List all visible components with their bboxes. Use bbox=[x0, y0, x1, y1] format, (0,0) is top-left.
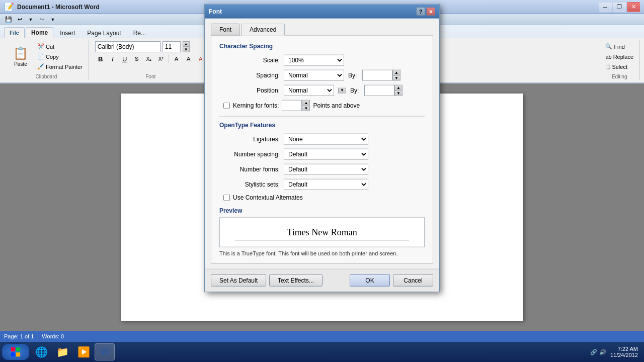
preview-title: Preview bbox=[219, 207, 425, 214]
media-taskbar-icon[interactable]: ▶️ bbox=[73, 343, 94, 360]
scale-row: Scale: 100% 80% 150% 200% bbox=[219, 55, 425, 66]
position-dropdown-btn[interactable]: ▼ bbox=[338, 87, 346, 93]
explorer-taskbar-icon[interactable]: 📁 bbox=[52, 343, 72, 360]
kerning-checkbox[interactable] bbox=[223, 102, 230, 109]
dialog-overlay: Font ? ✕ Font Advanced Character Spacing bbox=[0, 0, 644, 342]
spacing-by-btns: ▲ ▼ bbox=[392, 70, 400, 81]
svg-rect-0 bbox=[11, 347, 15, 351]
number-forms-row: Number forms: Default Lining Old-style bbox=[219, 164, 425, 175]
spacing-by-label: By: bbox=[348, 72, 358, 79]
preview-underline bbox=[235, 240, 409, 241]
taskbar-icons: 🌐 📁 ▶️ W bbox=[31, 343, 115, 360]
dialog-footer: Set As Default Text Effects... OK Cancel bbox=[205, 269, 439, 292]
taskbar-date: 11/24/2012 bbox=[610, 352, 638, 358]
ie-taskbar-icon[interactable]: 🌐 bbox=[31, 343, 51, 360]
kerning-points-input[interactable] bbox=[282, 100, 302, 111]
position-label: Position: bbox=[219, 87, 280, 94]
kerning-points-btns: ▲ ▼ bbox=[302, 100, 310, 111]
dialog-panel: Character Spacing Scale: 100% 80% 150% 2… bbox=[211, 35, 433, 264]
preview-section: Preview Times New Roman This is a TrueTy… bbox=[219, 207, 425, 256]
section-divider bbox=[219, 116, 425, 117]
taskbar: 🌐 📁 ▶️ W 🔗 🔊 7:22 AM 11/24/2012 bbox=[0, 342, 644, 362]
preview-text: Times New Roman bbox=[287, 227, 357, 237]
number-spacing-select[interactable]: Default Proportional Tabular bbox=[284, 149, 368, 160]
number-spacing-row: Number spacing: Default Proportional Tab… bbox=[219, 149, 425, 160]
spacing-select[interactable]: Normal Expanded Condensed bbox=[284, 70, 344, 81]
start-button[interactable] bbox=[2, 344, 29, 360]
dialog-title-bar: Font ? ✕ bbox=[205, 5, 439, 19]
position-row: Position: Normal Raised Lowered ▼ By: ▲ bbox=[219, 85, 425, 96]
font-dialog: Font ? ✕ Font Advanced Character Spacing bbox=[204, 4, 440, 292]
system-icons: 🔗 🔊 bbox=[590, 349, 606, 355]
ligatures-row: Ligatures: None Standard Only Standard a… bbox=[219, 134, 425, 145]
contextual-alternates-label: Use Contextual Alternates bbox=[233, 194, 303, 201]
kerning-row: Kerning for fonts: ▲ ▼ Points and above bbox=[223, 100, 425, 111]
svg-rect-3 bbox=[16, 352, 20, 356]
spacing-row: Spacing: Normal Expanded Condensed By: ▲… bbox=[219, 70, 425, 81]
ligatures-select[interactable]: None Standard Only Standard and Contextu… bbox=[284, 134, 368, 145]
speaker-icon: 🔊 bbox=[599, 349, 606, 355]
position-up-btn[interactable]: ▲ bbox=[394, 85, 403, 90]
ligatures-label: Ligatures: bbox=[219, 136, 280, 143]
stylistic-sets-row: Stylistic sets: Default 1 2 bbox=[219, 179, 425, 190]
position-by-spinner: ▲ ▼ bbox=[364, 85, 403, 96]
number-forms-label: Number forms: bbox=[219, 166, 280, 173]
text-effects-button[interactable]: Text Effects... bbox=[269, 275, 323, 287]
spacing-label: Spacing: bbox=[219, 72, 280, 79]
preview-note: This is a TrueType font. This font will … bbox=[219, 250, 425, 256]
position-by-input[interactable] bbox=[364, 85, 394, 96]
dialog-tab-font[interactable]: Font bbox=[211, 24, 240, 36]
cancel-button[interactable]: Cancel bbox=[393, 275, 433, 287]
preview-box: Times New Roman bbox=[219, 217, 425, 247]
kerning-points-spinner: ▲ ▼ bbox=[282, 100, 310, 111]
spacing-up-btn[interactable]: ▲ bbox=[392, 70, 400, 75]
position-by-btns: ▲ ▼ bbox=[394, 85, 403, 96]
network-icon: 🔗 bbox=[590, 349, 597, 355]
number-spacing-label: Number spacing: bbox=[219, 151, 280, 158]
svg-rect-1 bbox=[16, 347, 20, 351]
scale-label: Scale: bbox=[219, 57, 280, 64]
set-as-default-button[interactable]: Set As Default bbox=[211, 275, 266, 287]
dialog-tab-advanced[interactable]: Advanced bbox=[241, 24, 285, 36]
number-forms-select[interactable]: Default Lining Old-style bbox=[284, 164, 368, 175]
character-spacing-title: Character Spacing bbox=[219, 43, 425, 50]
dialog-tabs: Font Advanced bbox=[211, 24, 433, 36]
position-by-label: By: bbox=[350, 87, 360, 94]
dialog-title: Font bbox=[209, 8, 415, 15]
taskbar-right: 🔗 🔊 7:22 AM 11/24/2012 bbox=[590, 346, 642, 358]
kerning-up-btn[interactable]: ▲ bbox=[302, 100, 310, 106]
taskbar-time: 7:22 AM bbox=[610, 346, 638, 352]
spacing-by-input[interactable] bbox=[362, 70, 392, 81]
kerning-label: Kerning for fonts: bbox=[233, 102, 279, 109]
scale-select[interactable]: 100% 80% 150% 200% bbox=[284, 55, 344, 66]
clock-area: 7:22 AM 11/24/2012 bbox=[610, 346, 638, 358]
kerning-suffix: Points and above bbox=[313, 102, 360, 109]
dialog-close-btn[interactable]: ✕ bbox=[426, 7, 435, 16]
dialog-footer-right: OK Cancel bbox=[350, 275, 433, 287]
dialog-footer-left: Set As Default Text Effects... bbox=[211, 275, 323, 287]
stylistic-sets-select[interactable]: Default 1 2 bbox=[284, 179, 368, 190]
contextual-alternates-checkbox[interactable] bbox=[223, 194, 230, 201]
spacing-down-btn[interactable]: ▼ bbox=[392, 75, 400, 81]
position-select[interactable]: Normal Raised Lowered bbox=[284, 85, 334, 96]
spacing-by-spinner: ▲ ▼ bbox=[362, 70, 400, 81]
dialog-help-btn[interactable]: ? bbox=[416, 7, 425, 16]
opentype-title: OpenType Features bbox=[219, 122, 425, 129]
word-taskbar-label: W bbox=[101, 347, 109, 357]
dialog-body: Font Advanced Character Spacing Scale: 1… bbox=[205, 19, 439, 269]
stylistic-sets-label: Stylistic sets: bbox=[219, 181, 280, 188]
ok-button[interactable]: OK bbox=[350, 275, 390, 287]
position-down-btn[interactable]: ▼ bbox=[394, 90, 403, 96]
contextual-alternates-row: Use Contextual Alternates bbox=[223, 194, 425, 201]
svg-rect-2 bbox=[11, 352, 15, 356]
kerning-down-btn[interactable]: ▼ bbox=[302, 106, 310, 111]
word-taskbar-icon[interactable]: W bbox=[95, 343, 115, 360]
